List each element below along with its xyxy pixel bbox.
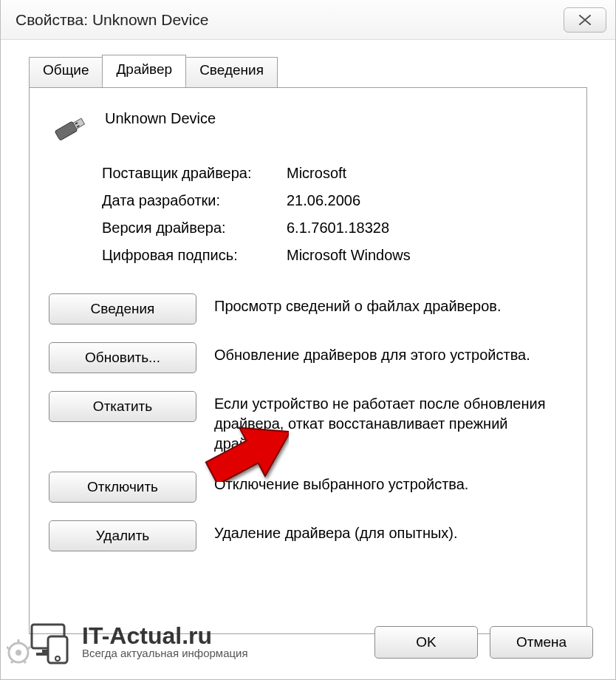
disable-device-desc: Отключение выбранного устройства. — [214, 472, 468, 494]
tab-details[interactable]: Сведения — [185, 57, 278, 88]
source-watermark: IT-Actual.ru Всегда актуальная информаци… — [7, 617, 248, 664]
provider-value: Microsoft — [287, 165, 346, 182]
svg-point-5 — [16, 650, 21, 656]
signer-label: Цифровая подпись: — [102, 247, 287, 264]
driver-details-desc: Просмотр сведений о файлах драйверов. — [214, 293, 502, 316]
date-label: Дата разработки: — [102, 192, 287, 209]
driver-details-button[interactable]: Сведения — [49, 293, 196, 324]
tab-container: Общие Драйвер Сведения Unknown Device — [29, 56, 587, 634]
signer-value: Microsoft Windows — [287, 247, 411, 264]
usb-device-icon — [49, 113, 92, 144]
disable-device-button[interactable]: Отключить — [49, 472, 196, 503]
watermark-logo-icon — [7, 617, 76, 664]
rollback-driver-button[interactable]: Откатить — [49, 391, 196, 422]
watermark-title: IT-Actual.ru — [82, 624, 248, 647]
tab-strip: Общие Драйвер Сведения — [29, 56, 587, 87]
update-driver-button[interactable]: Обновить... — [49, 342, 196, 373]
ok-button[interactable]: OK — [374, 626, 478, 659]
version-label: Версия драйвера: — [102, 220, 287, 237]
provider-label: Поставщик драйвера: — [102, 165, 287, 182]
window-title: Свойства: Unknown Device — [16, 11, 208, 29]
dialog-footer: OK Отмена — [374, 626, 593, 659]
cancel-button[interactable]: Отмена — [490, 626, 593, 659]
device-name: Unknown Device — [105, 110, 216, 127]
tab-panel-driver: Unknown Device Поставщик драйвера: Micro… — [29, 87, 587, 634]
close-button[interactable] — [564, 7, 606, 33]
date-value: 21.06.2006 — [287, 192, 360, 209]
device-header: Unknown Device — [49, 110, 567, 144]
driver-info: Поставщик драйвера: Microsoft Дата разра… — [102, 165, 567, 264]
properties-dialog: Свойства: Unknown Device Общие Драйвер С… — [0, 0, 616, 680]
update-driver-desc: Обновление драйверов для этого устройств… — [214, 342, 530, 365]
watermark-subtitle: Всегда актуальная информация — [82, 647, 248, 659]
uninstall-driver-button[interactable]: Удалить — [49, 520, 196, 551]
uninstall-driver-desc: Удаление драйвера (для опытных). — [214, 520, 458, 543]
version-value: 6.1.7601.18328 — [287, 220, 389, 237]
svg-rect-9 — [48, 636, 67, 663]
tab-general[interactable]: Общие — [29, 57, 103, 88]
close-icon — [578, 15, 592, 25]
rollback-driver-desc: Если устройство не работает после обновл… — [214, 391, 567, 454]
titlebar: Свойства: Unknown Device — [1, 0, 615, 40]
tab-driver[interactable]: Драйвер — [102, 55, 186, 86]
